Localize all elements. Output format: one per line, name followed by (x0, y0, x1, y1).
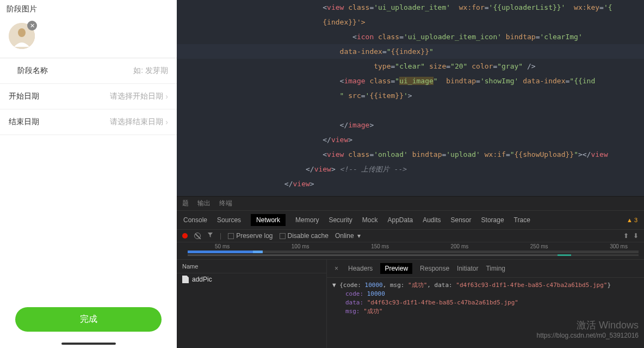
avatar-item[interactable]: ✕ (9, 23, 35, 49)
request-list: Name addPic (177, 260, 327, 348)
resp-tab-initiator[interactable]: Initiator (457, 265, 478, 272)
resp-tab-response[interactable]: Response (420, 265, 449, 272)
devtools-tabs: Console Sources Network Memory Security … (177, 211, 644, 230)
start-date-label: 开始日期 (9, 91, 39, 101)
funnel-icon[interactable] (207, 232, 213, 240)
avatar-row: ✕ (0, 19, 177, 58)
blog-url-watermark: https://blog.csdn.net/m0_53912016 (537, 332, 639, 339)
devtools-topbar: 题 输出 终端 (177, 197, 644, 211)
tab-audits[interactable]: Audits (423, 216, 441, 224)
import-icon[interactable]: ⬆ (623, 232, 629, 240)
tab-storage[interactable]: Storage (481, 216, 504, 224)
tab-network[interactable]: Network (251, 214, 286, 226)
chevron-right-icon: › (165, 92, 168, 101)
home-indicator (61, 343, 116, 345)
tab-memory[interactable]: Memory (295, 216, 319, 224)
start-date-row[interactable]: 开始日期 请选择开始日期› (0, 84, 177, 109)
end-date-label: 结束日期 (9, 117, 39, 127)
submit-button[interactable]: 完成 (15, 307, 162, 332)
disable-cache-checkbox[interactable]: Disable cache (280, 232, 329, 240)
ide-panel: <view class='ui_uploader_item' wx:for='{… (177, 0, 644, 348)
end-date-row[interactable]: 结束日期 请选择结束日期› (0, 109, 177, 135)
stage-name-placeholder: 如: 发芽期 (133, 66, 168, 76)
tab-console[interactable]: Console (183, 216, 207, 224)
resp-tab-headers[interactable]: Headers (348, 265, 373, 272)
resp-tab-preview[interactable]: Preview (380, 263, 412, 274)
mobile-simulator: 阶段图片 ✕ 阶段名称 如: 发芽期 开始日期 请选择开始日期› 结束日期 请选… (0, 0, 177, 348)
end-date-placeholder: 请选择结束日期 (110, 117, 163, 127)
network-timeline[interactable]: 50 ms 100 ms 150 ms 200 ms 250 ms 300 ms (177, 242, 644, 260)
resp-tab-timing[interactable]: Timing (486, 265, 505, 272)
tab-trace[interactable]: Trace (514, 216, 530, 224)
tab-problems[interactable]: 题 (182, 199, 189, 208)
record-icon[interactable] (182, 233, 188, 239)
tab-sensor[interactable]: Sensor (451, 216, 472, 224)
tab-mock[interactable]: Mock (362, 216, 378, 224)
request-list-header: Name (177, 260, 326, 273)
close-icon[interactable]: × (335, 265, 338, 272)
network-toolbar: | Preserve log Disable cache Online ▾ ⬆⬇ (177, 230, 644, 242)
tab-output[interactable]: 输出 (197, 199, 210, 208)
file-icon (182, 276, 189, 283)
export-icon[interactable]: ⬇ (633, 232, 639, 240)
close-icon[interactable]: ✕ (27, 21, 37, 30)
stage-name-row[interactable]: 阶段名称 如: 发芽期 (0, 58, 177, 84)
tab-appdata[interactable]: AppData (387, 216, 413, 224)
tab-terminal[interactable]: 终端 (219, 199, 232, 208)
preserve-log-checkbox[interactable]: Preserve log (228, 232, 273, 240)
code-editor[interactable]: <view class='ui_uploader_item' wx:for='{… (177, 0, 644, 196)
svg-point-1 (18, 28, 26, 37)
tab-security[interactable]: Security (329, 216, 352, 224)
section-title: 阶段图片 (0, 0, 177, 19)
request-item[interactable]: addPic (177, 273, 326, 285)
chevron-right-icon: › (165, 118, 168, 126)
stage-name-label: 阶段名称 (17, 66, 48, 76)
throttle-select[interactable]: Online ▾ (335, 232, 361, 240)
tab-sources[interactable]: Sources (217, 216, 241, 224)
devtools-panel: 题 输出 终端 Console Sources Network Memory S… (177, 196, 644, 348)
warning-badge[interactable]: ▲ 3 (627, 217, 637, 223)
clear-icon[interactable] (194, 233, 201, 239)
start-date-placeholder: 请选择开始日期 (110, 91, 163, 101)
